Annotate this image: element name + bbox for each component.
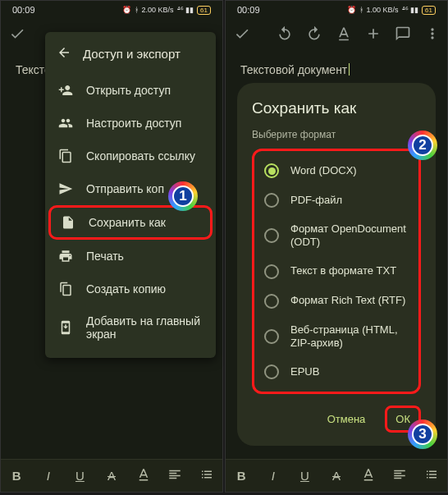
menu-header-label: Доступ и экспорт	[83, 47, 181, 61]
format-radio-group: Word (DOCX) PDF-файл Формат OpenDocument…	[252, 149, 421, 394]
callout-3: 3	[408, 419, 437, 449]
format-toolbar: B I U A	[226, 459, 447, 492]
format-toolbar: B I U A	[1, 459, 222, 492]
underline-button[interactable]: U	[292, 469, 317, 483]
print-icon	[58, 249, 73, 264]
appbar	[226, 19, 447, 52]
bold-button[interactable]: B	[4, 469, 29, 483]
battery-icon: 61	[422, 6, 436, 15]
radio-option-txt[interactable]: Текст в формате TXT	[261, 257, 412, 286]
people-icon	[58, 116, 73, 131]
copy-icon	[58, 149, 73, 163]
status-time: 00:09	[12, 5, 35, 15]
status-icons: ⏰ ᚼ 2.00 KB/s ⁴⁶ ▮▮ 61	[122, 6, 211, 15]
callout-number: 3	[412, 424, 433, 445]
redo-icon[interactable]	[306, 25, 322, 45]
menu-item-print[interactable]: Печать	[45, 240, 216, 273]
radio-option-epub[interactable]: EPUB	[261, 357, 412, 387]
statusbar: 00:09 ⏰ ᚼ 1.00 KB/s ⁴⁶ ▮▮ 61	[226, 1, 447, 19]
callout-number: 2	[412, 135, 433, 156]
bluetooth-icon: ᚼ	[135, 6, 139, 14]
save-as-dialog: Сохранить как Выберите формат Word (DOCX…	[237, 83, 436, 446]
menu-item-share[interactable]: Открыть доступ	[45, 74, 216, 107]
list-button[interactable]	[194, 467, 219, 484]
bold-button[interactable]: B	[229, 469, 254, 483]
menu-item-label: Создать копию	[86, 282, 166, 296]
undo-icon[interactable]	[277, 25, 293, 45]
person-add-icon	[58, 83, 73, 98]
comment-icon[interactable]	[395, 25, 411, 45]
radio-option-odt[interactable]: Формат OpenDocument (ODT)	[261, 215, 412, 257]
callout-number: 1	[172, 186, 194, 207]
italic-button[interactable]: I	[261, 469, 286, 483]
dialog-actions: Отмена ОК	[252, 406, 421, 433]
bluetooth-icon: ᚼ	[359, 6, 363, 14]
radio-icon	[264, 264, 279, 279]
done-icon[interactable]	[9, 25, 25, 45]
radio-label: Текст в формате TXT	[290, 264, 396, 277]
radio-icon	[264, 364, 279, 379]
network-icon: 2.00 KB/s	[142, 6, 174, 14]
text-format-icon[interactable]	[336, 25, 352, 45]
radio-icon	[264, 193, 279, 208]
text-color-button[interactable]	[356, 467, 381, 484]
dialog-title: Сохранить как	[252, 99, 421, 117]
callout-2: 2	[408, 131, 437, 160]
radio-icon	[264, 228, 279, 243]
back-icon[interactable]	[57, 45, 71, 62]
menu-header[interactable]: Доступ и экспорт	[45, 37, 216, 74]
italic-button[interactable]: I	[36, 469, 61, 483]
add-home-icon	[58, 320, 73, 335]
radio-option-html[interactable]: Веб-страница (HTML, ZIP-архив)	[261, 316, 412, 358]
cancel-button[interactable]: Отмена	[319, 408, 374, 430]
status-time: 00:09	[237, 5, 260, 15]
menu-item-add-home[interactable]: Добавить на главный экран	[45, 305, 216, 350]
menu-item-copy-link[interactable]: Скопировать ссылку	[45, 140, 216, 172]
phone-right: 00:09 ⏰ ᚼ 1.00 KB/s ⁴⁶ ▮▮ 61 Текстовой д…	[225, 0, 448, 493]
menu-item-label: Скопировать ссылку	[86, 149, 195, 163]
menu-item-manage-access[interactable]: Настроить доступ	[45, 107, 216, 140]
strike-button[interactable]: A	[99, 469, 124, 483]
radio-icon	[264, 329, 279, 344]
battery-icon: 61	[197, 6, 211, 15]
radio-label: Формат Rich Text (RTF)	[290, 294, 405, 307]
radio-icon	[264, 294, 279, 309]
phone-left: 00:09 ⏰ ᚼ 2.00 KB/s ⁴⁶ ▮▮ 61 Тексто Дост…	[0, 0, 223, 493]
radio-label: EPUB	[290, 365, 319, 378]
menu-item-label: Настроить доступ	[86, 117, 181, 130]
menu-item-label: Отправить коп	[86, 182, 164, 195]
align-button[interactable]	[162, 467, 187, 484]
radio-option-docx[interactable]: Word (DOCX)	[261, 156, 412, 186]
radio-option-rtf[interactable]: Формат Rich Text (RTF)	[261, 286, 412, 316]
align-button[interactable]	[387, 467, 412, 484]
radio-option-pdf[interactable]: PDF-файл	[261, 186, 412, 215]
callout-1: 1	[168, 181, 198, 211]
file-copy-icon	[58, 282, 73, 296]
radio-label: Веб-страница (HTML, ZIP-архив)	[290, 323, 409, 351]
menu-item-label: Сохранить как	[89, 216, 166, 229]
status-icons: ⏰ ᚼ 1.00 KB/s ⁴⁶ ▮▮ 61	[347, 6, 436, 15]
menu-item-label: Печать	[86, 250, 124, 263]
text-color-button[interactable]	[131, 467, 156, 484]
menu-item-save-as[interactable]: Сохранить как	[48, 205, 213, 240]
signal-icon: ⁴⁶ ▮▮	[177, 6, 194, 14]
list-button[interactable]	[419, 467, 444, 484]
network-icon: 1.00 KB/s	[367, 6, 399, 14]
alarm-icon: ⏰	[122, 6, 131, 14]
signal-icon: ⁴⁶ ▮▮	[402, 6, 419, 14]
file-icon	[61, 215, 75, 230]
add-icon[interactable]	[365, 25, 382, 45]
done-icon[interactable]	[234, 25, 250, 45]
dialog-subtitle: Выберите формат	[252, 129, 421, 140]
alarm-icon: ⏰	[347, 6, 356, 14]
menu-item-label: Добавить на главный экран	[86, 314, 203, 341]
more-icon[interactable]	[424, 25, 441, 45]
underline-button[interactable]: U	[67, 469, 92, 483]
menu-item-label: Открыть доступ	[86, 84, 171, 97]
send-icon	[58, 181, 73, 196]
menu-item-make-copy[interactable]: Создать копию	[45, 273, 216, 305]
strike-button[interactable]: A	[324, 469, 349, 483]
radio-label: Формат OpenDocument (ODT)	[290, 222, 409, 250]
radio-label: PDF-файл	[290, 194, 342, 207]
radio-label: Word (DOCX)	[290, 164, 357, 177]
